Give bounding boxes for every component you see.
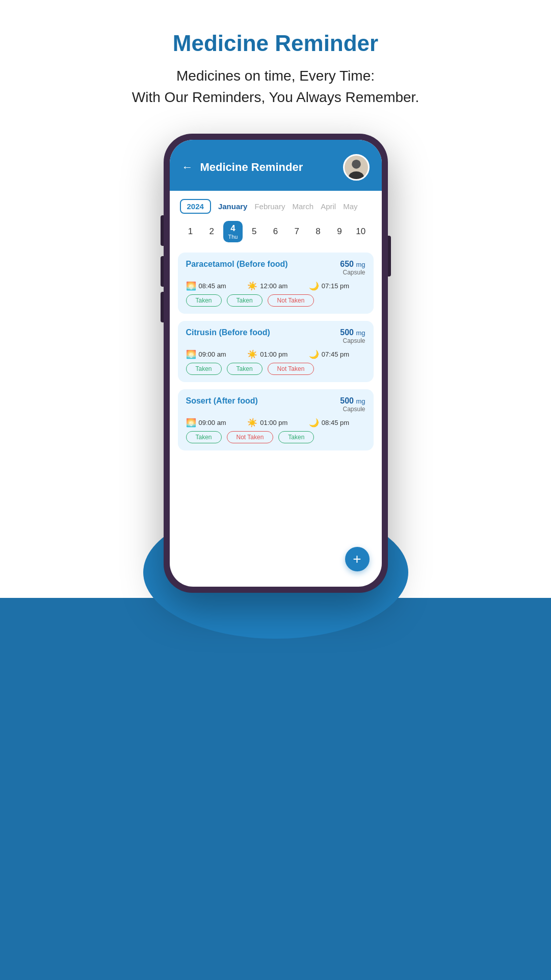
bottom-blue-section (0, 598, 551, 980)
night-icon-1: 🌙 (309, 281, 319, 291)
month-april[interactable]: April (321, 202, 336, 211)
medicine-card-sosert: Sosert (After food) 500 mg Capsule 🌅 09:… (178, 389, 374, 450)
month-march[interactable]: March (292, 202, 313, 211)
time-slot-2-morning: 🌅 09:00 am (186, 349, 243, 359)
time-text-3-morning: 09:00 am (199, 419, 226, 426)
status-row-2: Taken Taken Not Taken (186, 363, 365, 375)
medicine-card-paracetamol: Paracetamol (Before food) 650 mg Capsule… (178, 253, 374, 314)
time-row-1: 🌅 08:45 am ☀️ 12:00 am 🌙 07:15 pm (186, 281, 365, 291)
day-4-selected[interactable]: 4 Thu (222, 221, 244, 242)
time-row-2: 🌅 09:00 am ☀️ 01:00 pm 🌙 07:45 pm (186, 349, 365, 359)
phone-screen: ← Medicine Reminder 2024 January Februar… (170, 140, 382, 587)
time-text-2-night: 07:45 pm (322, 350, 349, 358)
time-slot-2-noon: ☀️ 01:00 pm (247, 349, 304, 359)
status-btn-3-noon[interactable]: Not Taken (227, 431, 274, 443)
month-january[interactable]: January (218, 202, 248, 211)
med-dose-2: 500 mg (340, 328, 365, 337)
month-february[interactable]: February (254, 202, 285, 211)
phone-frame: ← Medicine Reminder 2024 January Februar… (164, 134, 388, 593)
med-dose-area-3: 500 mg Capsule (340, 396, 365, 413)
med-type-1: Capsule (340, 269, 365, 276)
time-slot-2-night: 🌙 07:45 pm (309, 349, 365, 359)
app-header: ← Medicine Reminder (170, 140, 382, 191)
time-text-1-morning: 08:45 am (199, 282, 226, 290)
add-fab-button[interactable]: + (345, 547, 370, 571)
time-text-3-noon: 01:00 pm (260, 419, 287, 426)
time-slot-3-noon: ☀️ 01:00 pm (247, 418, 304, 428)
day-2[interactable]: 2 (201, 227, 222, 237)
med-name-2: Citrusin (Before food) (186, 328, 270, 337)
day-1[interactable]: 1 (180, 227, 201, 237)
time-slot-3-morning: 🌅 09:00 am (186, 418, 243, 428)
svg-point-1 (352, 160, 361, 169)
app-header-title: Medicine Reminder (200, 161, 303, 174)
status-btn-1-night[interactable]: Not Taken (268, 294, 314, 307)
med-name-1: Paracetamol (Before food) (186, 260, 288, 269)
med-card-header-2: Citrusin (Before food) 500 mg Capsule (186, 328, 365, 344)
night-icon-2: 🌙 (309, 349, 319, 359)
status-row-3: Taken Not Taken Taken (186, 431, 365, 443)
morning-icon-2: 🌅 (186, 349, 196, 359)
medicine-cards-area: Paracetamol (Before food) 650 mg Capsule… (170, 248, 382, 461)
med-name-3: Sosert (After food) (186, 396, 258, 406)
page-subtitle: Medicines on time, Every Time: With Our … (132, 65, 419, 108)
med-dose-area-1: 650 mg Capsule (340, 260, 365, 276)
day-5[interactable]: 5 (244, 227, 265, 237)
med-type-3: Capsule (340, 406, 365, 413)
time-row-3: 🌅 09:00 am ☀️ 01:00 pm 🌙 08:45 pm (186, 418, 365, 428)
status-row-1: Taken Taken Not Taken (186, 294, 365, 307)
status-btn-2-noon[interactable]: Taken (227, 363, 263, 375)
night-icon-3: 🌙 (309, 418, 319, 428)
date-nav: 2024 January February March April May (170, 191, 382, 217)
time-slot-1-morning: 🌅 08:45 am (186, 281, 243, 291)
noon-icon-3: ☀️ (247, 418, 257, 428)
time-slot-1-noon: ☀️ 12:00 am (247, 281, 304, 291)
year-badge[interactable]: 2024 (180, 199, 211, 214)
time-text-2-morning: 09:00 am (199, 350, 226, 358)
morning-icon-3: 🌅 (186, 418, 196, 428)
med-dose-area-2: 500 mg Capsule (340, 328, 365, 344)
med-type-2: Capsule (340, 337, 365, 344)
status-btn-2-night[interactable]: Not Taken (268, 363, 314, 375)
avatar-svg (345, 156, 368, 179)
day-8[interactable]: 8 (307, 227, 329, 237)
header-left: ← Medicine Reminder (182, 161, 303, 174)
med-dose-1: 650 mg (340, 260, 365, 268)
time-text-1-night: 07:15 pm (322, 282, 349, 290)
day-7[interactable]: 7 (286, 227, 307, 237)
time-slot-1-night: 🌙 07:15 pm (309, 281, 365, 291)
medicine-card-citrusin: Citrusin (Before food) 500 mg Capsule 🌅 … (178, 321, 374, 382)
page-title: Medicine Reminder (173, 31, 378, 56)
morning-icon-1: 🌅 (186, 281, 196, 291)
day-6[interactable]: 6 (265, 227, 286, 237)
day-10[interactable]: 10 (350, 227, 372, 237)
time-text-1-noon: 12:00 am (260, 282, 287, 290)
status-btn-1-morning[interactable]: Taken (186, 294, 222, 307)
back-button[interactable]: ← (182, 161, 193, 174)
status-btn-3-morning[interactable]: Taken (186, 431, 222, 443)
time-slot-3-night: 🌙 08:45 pm (309, 418, 365, 428)
noon-icon-2: ☀️ (247, 349, 257, 359)
days-row: 1 2 4 Thu 5 6 7 (170, 217, 382, 248)
time-text-3-night: 08:45 pm (322, 419, 349, 426)
status-btn-3-night[interactable]: Taken (278, 431, 314, 443)
med-card-header-3: Sosert (After food) 500 mg Capsule (186, 396, 365, 413)
time-text-2-noon: 01:00 pm (260, 350, 287, 358)
noon-icon-1: ☀️ (247, 281, 257, 291)
status-btn-1-noon[interactable]: Taken (227, 294, 263, 307)
med-card-header-1: Paracetamol (Before food) 650 mg Capsule (186, 260, 365, 276)
status-btn-2-morning[interactable]: Taken (186, 363, 222, 375)
month-may[interactable]: May (343, 202, 357, 211)
phone-mockup: ← Medicine Reminder 2024 January Februar… (164, 134, 388, 593)
day-9[interactable]: 9 (329, 227, 350, 237)
avatar[interactable] (343, 154, 370, 181)
med-dose-3: 500 mg (340, 396, 365, 405)
